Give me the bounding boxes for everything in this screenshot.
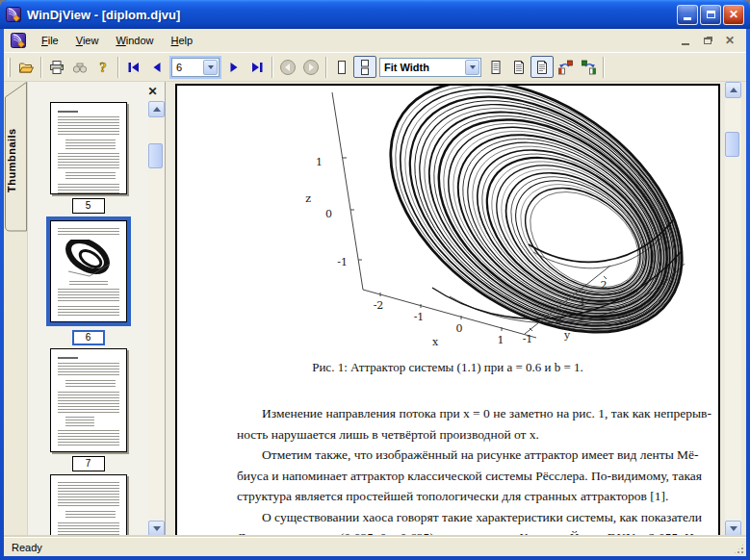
thumbnail-label-5[interactable]: 5	[72, 198, 105, 214]
thumbnail-page-5[interactable]	[50, 102, 127, 194]
close-button[interactable]: ✕	[723, 5, 744, 25]
document-page[interactable]: 1 0 -1 z -2 -1 0 1 x -1 0 1 2 y	[175, 84, 720, 537]
x-tick: -2	[374, 299, 384, 312]
minimize-button[interactable]	[677, 5, 698, 25]
app-icon	[6, 7, 21, 22]
fit-width-button[interactable]	[507, 56, 530, 78]
mini-attractor-icon	[61, 240, 116, 278]
close-icon: ✕	[729, 9, 738, 20]
status-bar: Ready	[4, 537, 746, 556]
page-number-value: 6	[176, 62, 203, 73]
menu-file[interactable]: File	[33, 31, 67, 50]
thumbnail-page-7[interactable]	[50, 348, 127, 452]
mdi-restore-button[interactable]	[701, 35, 714, 47]
y-tick: 2	[601, 279, 608, 292]
menu-view[interactable]: View	[67, 31, 108, 50]
tab-strip: Thumbnails	[4, 82, 27, 537]
zoom-combo-dropdown-button[interactable]	[465, 60, 479, 75]
thumbnails-scroll-down-button[interactable]	[148, 521, 165, 537]
x-tick: 0	[456, 322, 463, 335]
mdi-close-button[interactable]: ✕	[723, 35, 737, 47]
y-axis-label: y	[563, 329, 571, 342]
z-axis-label: z	[305, 192, 311, 205]
status-text: Ready	[12, 542, 42, 553]
rotate-left-icon	[557, 60, 574, 75]
chevron-down-icon	[470, 65, 476, 69]
fit-width-icon	[511, 60, 527, 75]
page-combo-dropdown-button[interactable]	[203, 60, 218, 75]
thumbnail-page-8[interactable]	[50, 474, 127, 537]
previous-page-button[interactable]	[145, 56, 168, 78]
z-tick: 0	[325, 208, 332, 220]
minimize-icon	[684, 17, 691, 20]
y-tick: 1	[580, 295, 586, 308]
thumbnail-item-7: 7	[28, 348, 148, 471]
fit-page-button[interactable]	[484, 56, 507, 78]
document-scroll-down-button[interactable]	[725, 521, 741, 537]
mdi-minimize-button[interactable]	[679, 35, 692, 47]
toolbar-separator	[40, 57, 42, 78]
text-line: О существовании хаоса говорят такие хара…	[237, 507, 659, 528]
document-scroll-track[interactable]	[725, 98, 741, 521]
app-body: File View Window Help ✕	[4, 29, 746, 556]
toolbar-separator	[117, 57, 119, 78]
mdi-minimize-icon	[682, 43, 689, 45]
forward-icon	[302, 59, 320, 76]
last-page-button[interactable]	[246, 56, 269, 78]
document-text: Изменение направления потока при x = 0 н…	[237, 403, 659, 537]
document-view: 1 0 -1 z -2 -1 0 1 x -1 0 1 2 y	[165, 82, 725, 537]
toolbar-grip[interactable]	[8, 58, 11, 77]
rotate-right-button[interactable]	[577, 56, 600, 78]
panel-close-button[interactable]: ✕	[145, 85, 160, 99]
open-button[interactable]	[14, 56, 38, 78]
zoom-mode-combo[interactable]: Fit Width	[379, 58, 481, 77]
about-button[interactable]: ?	[91, 56, 115, 78]
thumbnails-scroll-thumb[interactable]	[148, 143, 163, 168]
help-question-icon: ?	[95, 60, 111, 75]
title-bar: WinDjView - [diplom.djvu] ✕	[0, 0, 750, 29]
thumbnails-scroll-up-button[interactable]	[148, 101, 165, 117]
next-page-button[interactable]	[222, 56, 246, 78]
thumbnails-panel: ✕ 5	[27, 82, 165, 537]
back-button[interactable]	[276, 56, 299, 78]
document-scroll-up-button[interactable]	[725, 82, 741, 98]
thumbnail-label-6[interactable]: 6	[72, 330, 105, 345]
tab-thumbnails[interactable]: Thumbnails	[4, 82, 27, 232]
menu-bar: File View Window Help ✕	[4, 29, 746, 53]
find-button[interactable]	[68, 56, 91, 78]
actual-size-button[interactable]	[530, 56, 554, 78]
continuous-layout-button[interactable]	[353, 56, 376, 78]
rotate-right-icon	[581, 60, 597, 75]
x-tick: 1	[498, 334, 504, 346]
x-tick: -1	[414, 311, 425, 323]
document-system-icon[interactable]	[11, 33, 26, 48]
document-scroll-thumb[interactable]	[725, 132, 739, 157]
thumbnail-label-7[interactable]: 7	[72, 456, 105, 471]
thumbnails-scroll-track[interactable]	[148, 117, 165, 521]
x-axis-label: x	[432, 336, 439, 348]
print-button[interactable]	[45, 56, 68, 78]
forward-button[interactable]	[299, 56, 323, 78]
first-page-button[interactable]	[122, 56, 145, 78]
fit-page-icon	[488, 60, 504, 75]
page-number-combo[interactable]: 6	[171, 58, 220, 77]
maximize-button[interactable]	[700, 5, 721, 25]
continuous-layout-icon	[357, 60, 373, 75]
rotate-left-button[interactable]	[554, 56, 577, 78]
text-line: ность нарушается лишь в четвёртой произв…	[237, 424, 659, 445]
thumbnail-page-6[interactable]	[50, 220, 127, 322]
window-title: WinDjView - [diplom.djvu]	[27, 8, 677, 22]
document-scrollbar	[725, 82, 741, 537]
resize-grip[interactable]	[733, 543, 745, 555]
thumbnail-list: 5	[28, 101, 148, 537]
thumbnails-panel-header: ✕	[28, 82, 165, 101]
mdi-restore-icon	[704, 38, 711, 44]
toolbar-separator	[325, 57, 327, 78]
text-line: биуса и напоминает аттрактор классическо…	[237, 466, 659, 487]
toolbar: ? 6	[4, 53, 746, 82]
z-tick: -1	[337, 256, 348, 268]
tab-thumbnails-label: Thumbnails	[6, 97, 23, 224]
menu-window[interactable]: Window	[107, 31, 162, 50]
menu-help[interactable]: Help	[163, 31, 202, 50]
single-page-layout-button[interactable]	[330, 56, 353, 78]
